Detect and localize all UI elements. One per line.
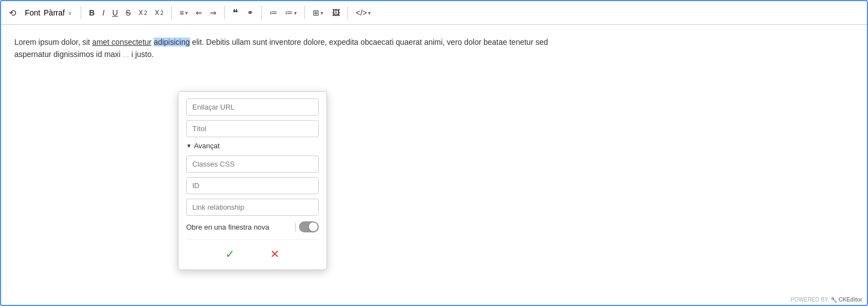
italic-button[interactable]: I (99, 6, 108, 19)
strikethrough-button[interactable]: S (122, 6, 134, 19)
toggle-track[interactable] (299, 221, 319, 232)
content-before-highlight: Lorem ipsum dolor, sit amet consectetur … (14, 38, 548, 46)
sep-4 (261, 6, 262, 19)
sep-3 (224, 6, 225, 19)
indent-decrease-button[interactable]: ⇐ (192, 6, 206, 19)
html-button[interactable]: </> ▾ (353, 6, 374, 19)
editor-wrapper: ⟲ Font Pàrraf ∨ B I U S X2 X2 ≡ ▾ ⇐ ⇒ ❝ (0, 0, 868, 306)
subscript-button[interactable]: X2 (135, 7, 151, 19)
content-area[interactable]: Lorem ipsum dolor, sit amet consectetur … (1, 25, 867, 305)
html-chevron-icon: ▾ (368, 10, 371, 16)
editor-content: Lorem ipsum dolor, sit amet consectetur … (14, 36, 854, 61)
font-group: ⟲ Font Pàrraf ∨ (6, 6, 76, 20)
list-chevron-icon: ▾ (294, 10, 297, 16)
css-classes-input[interactable] (186, 155, 319, 173)
paragraph-label-text: Pàrraf (44, 8, 65, 17)
link-popup: ▼ Avançat Obre en una finestra nova | ✓ (178, 91, 327, 270)
id-input[interactable] (186, 177, 319, 194)
ck-logo: 🔧 CKEditor (830, 297, 862, 303)
numbered-list-button[interactable]: ≔ ▾ (282, 6, 300, 19)
ck-logo-symbol: 🔧 (830, 297, 837, 303)
advanced-section (186, 155, 319, 216)
font-chevron-icon: ∨ (68, 10, 72, 16)
font-selector[interactable]: Font Pàrraf ∨ (20, 6, 76, 19)
link-rel-input[interactable] (186, 199, 319, 216)
bold-button[interactable]: B (86, 6, 98, 19)
advanced-label: Avançat (194, 142, 220, 150)
image-button[interactable]: 🖼 (329, 6, 343, 19)
align-group: ≡ ▾ ⇐ ⇒ (176, 6, 220, 19)
underline-button[interactable]: U (109, 6, 121, 19)
advanced-triangle-icon: ▼ (186, 143, 192, 149)
align-chevron-icon: ▾ (185, 10, 188, 16)
url-input[interactable] (186, 98, 319, 116)
toggle-divider: | (294, 222, 297, 232)
link-button[interactable]: ⚭ (244, 6, 257, 19)
indent-increase-button[interactable]: ⇒ (207, 6, 220, 19)
table-chevron-icon: ▾ (320, 10, 323, 16)
bullet-list-button[interactable]: ≔ (266, 6, 281, 19)
sep-2 (171, 6, 172, 19)
blockquote-button[interactable]: ❝ (229, 4, 241, 21)
toggle-switch[interactable]: | (294, 221, 319, 232)
powered-by-text: POWERED BY (791, 297, 828, 303)
font-icon: ⟲ (6, 6, 19, 20)
table-button[interactable]: ⊞ ▾ (309, 6, 327, 19)
title-input[interactable] (186, 120, 319, 137)
advanced-toggle[interactable]: ▼ Avançat (186, 142, 319, 150)
align-button[interactable]: ≡ ▾ (176, 6, 191, 19)
toolbar: ⟲ Font Pàrraf ∨ B I U S X2 X2 ≡ ▾ ⇐ ⇒ ❝ (1, 1, 867, 25)
link-icon: ⚭ (247, 8, 254, 17)
highlighted-word: adipisicing (154, 38, 190, 46)
sep-5 (304, 6, 305, 19)
open-new-window-row: Obre en una finestra nova | (186, 221, 319, 232)
toggle-thumb (309, 222, 318, 231)
ck-branding: POWERED BY 🔧 CKEditor (791, 297, 862, 303)
list-group: ≔ ≔ ▾ (266, 6, 300, 19)
superscript-button[interactable]: X2 (151, 7, 167, 19)
popup-footer: ✓ ✕ (186, 239, 319, 263)
font-label-text: Font (25, 8, 40, 17)
sep-1 (81, 6, 81, 19)
sep-6 (348, 6, 348, 19)
text-format-group: B I U S X2 X2 (86, 6, 167, 19)
open-new-window-label: Obre en una finestra nova (186, 223, 269, 231)
cancel-button[interactable]: ✕ (264, 245, 286, 263)
confirm-button[interactable]: ✓ (219, 245, 241, 263)
content-line2: aspernatur dignissimos id maxi ... i jus… (14, 50, 154, 59)
